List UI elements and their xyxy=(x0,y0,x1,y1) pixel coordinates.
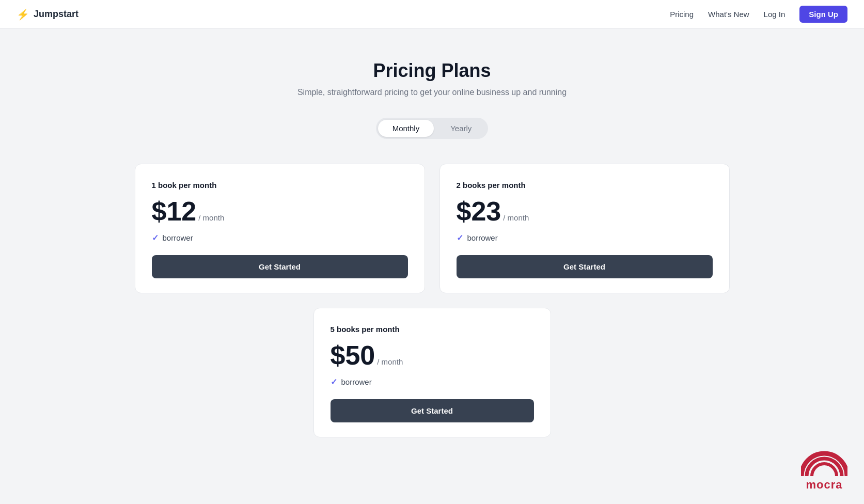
plan-2-amount: $23 xyxy=(457,198,501,225)
plan-2-feature-label: borrower xyxy=(467,233,498,242)
plan-card-2: 2 books per month $23 / month ✓ borrower… xyxy=(439,164,730,293)
plan-1-feature: ✓ borrower xyxy=(152,233,408,243)
logo[interactable]: ⚡ Jumpstart xyxy=(17,8,78,21)
plan-3-amount: $50 xyxy=(331,342,375,369)
nav-item-login[interactable]: Log In xyxy=(764,10,786,19)
nav-item-pricing[interactable]: Pricing xyxy=(670,10,694,19)
plan-2-books: 2 books per month xyxy=(457,181,713,190)
signup-button[interactable]: Sign Up xyxy=(799,6,847,23)
navbar: ⚡ Jumpstart Pricing What's New Log In Si… xyxy=(0,0,864,29)
plan-2-feature: ✓ borrower xyxy=(457,233,713,243)
plan-1-cta[interactable]: Get Started xyxy=(152,255,408,278)
plan-3-cta[interactable]: Get Started xyxy=(331,399,534,422)
check-icon-1: ✓ xyxy=(152,233,159,243)
plan-3-price: $50 / month xyxy=(331,342,534,369)
check-icon-2: ✓ xyxy=(457,233,463,243)
plan-3-feature: ✓ borrower xyxy=(331,377,534,387)
page-title: Pricing Plans xyxy=(135,60,730,82)
mocra-text: mocra xyxy=(801,478,847,492)
logo-text: Jumpstart xyxy=(34,9,78,20)
plan-2-price: $23 / month xyxy=(457,198,713,225)
plan-card-1: 1 book per month $12 / month ✓ borrower … xyxy=(135,164,425,293)
billing-toggle: Monthly Yearly xyxy=(376,118,489,139)
plan-3-feature-label: borrower xyxy=(341,377,372,386)
hero-section: Pricing Plans Simple, straightforward pr… xyxy=(135,60,730,97)
plan-1-amount: $12 xyxy=(152,198,197,225)
pricing-bottom-row: 5 books per month $50 / month ✓ borrower… xyxy=(135,308,730,437)
billing-toggle-container: Monthly Yearly xyxy=(135,118,730,139)
mocra-icon xyxy=(801,449,847,476)
nav-item-whats-new[interactable]: What's New xyxy=(708,10,749,19)
nav-links: Pricing What's New Log In Sign Up xyxy=(670,6,847,23)
pricing-top-row: 1 book per month $12 / month ✓ borrower … xyxy=(135,164,730,293)
plan-2-cta[interactable]: Get Started xyxy=(457,255,713,278)
check-icon-3: ✓ xyxy=(331,377,337,387)
plan-2-period: / month xyxy=(503,213,529,222)
plan-3-period: / month xyxy=(377,357,403,366)
toggle-yearly[interactable]: Yearly xyxy=(436,120,486,137)
plan-card-3: 5 books per month $50 / month ✓ borrower… xyxy=(313,308,551,437)
main-content: Pricing Plans Simple, straightforward pr… xyxy=(122,29,742,479)
mocra-logo: mocra xyxy=(801,449,847,492)
page-subtitle: Simple, straightforward pricing to get y… xyxy=(135,88,730,97)
toggle-monthly[interactable]: Monthly xyxy=(378,120,434,137)
plan-3-books: 5 books per month xyxy=(331,325,534,334)
plan-1-feature-label: borrower xyxy=(163,233,193,242)
plan-1-period: / month xyxy=(198,213,224,222)
plan-1-price: $12 / month xyxy=(152,198,408,225)
logo-icon: ⚡ xyxy=(17,8,29,21)
plan-1-books: 1 book per month xyxy=(152,181,408,190)
